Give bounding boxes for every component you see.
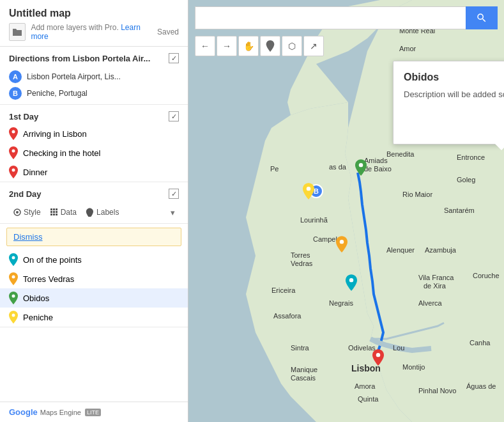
maps-engine-text: Maps Engine: [40, 409, 81, 416]
pin-icon-torres: [9, 272, 18, 285]
list-item[interactable]: On of the points: [0, 250, 188, 269]
svg-rect-6: [53, 208, 55, 210]
pin-icon-peniche: [9, 311, 18, 324]
day2-toolbar: Style Data Labels ▾: [0, 201, 188, 224]
data-button[interactable]: Data: [46, 205, 80, 219]
day1-header: 1st Day ✓: [0, 105, 188, 124]
pin-icon-dinner: [9, 166, 18, 178]
day1-title: 1st Day: [9, 112, 38, 121]
search-icon: [476, 12, 487, 24]
search-button[interactable]: [466, 6, 498, 29]
waypoint-b-text: Peniche, Portugal: [27, 89, 88, 98]
list-item[interactable]: Arriving in Lisbon: [0, 124, 188, 143]
list-item[interactable]: Checking in the hotel: [0, 143, 188, 162]
saved-label: Saved: [157, 27, 179, 36]
folder-icon: [9, 23, 26, 41]
svg-point-20: [307, 187, 310, 191]
svg-rect-10: [56, 211, 57, 213]
day2-header: 2nd Day ✓: [0, 182, 188, 201]
day2-title: 2nd Day: [9, 189, 42, 199]
points-label: On of the points: [23, 255, 82, 265]
left-panel: Untitled map Add more layers with Pro. L…: [0, 0, 188, 422]
svg-point-21: [359, 163, 363, 167]
svg-rect-5: [50, 208, 52, 210]
style-button[interactable]: Style: [9, 205, 45, 219]
svg-point-19: [376, 353, 380, 357]
list-item[interactable]: Peniche: [0, 308, 188, 327]
pin-icon-obidos: [9, 292, 18, 304]
list-item[interactable]: Dinner: [0, 162, 188, 182]
svg-rect-13: [56, 214, 57, 215]
shape-tool-button[interactable]: ⬡: [282, 36, 302, 56]
map-popup: Obidos × Description will be added soon.…: [393, 61, 504, 145]
svg-rect-8: [50, 211, 52, 213]
directions-item: A Lisbon Portela Airport, Lis... B Penic…: [0, 66, 188, 104]
waypoint-a-badge: A: [9, 70, 22, 83]
directions-section-header: Directions from Lisbon Portela Air... ✓: [0, 47, 188, 66]
pin-lisbon[interactable]: [372, 349, 384, 368]
svg-point-15: [12, 276, 15, 279]
pin-obidos-map[interactable]: [355, 159, 367, 178]
arriving-label: Arriving in Lisbon: [23, 129, 87, 139]
svg-rect-12: [53, 214, 55, 215]
svg-rect-9: [53, 211, 55, 213]
list-item[interactable]: Torres Vedras: [0, 269, 188, 288]
hotel-label: Checking in the hotel: [23, 148, 100, 158]
map-toolbar: ← → ✋ ⬡ ↗: [195, 36, 324, 56]
toolbar-dropdown[interactable]: ▾: [166, 206, 179, 219]
pin-icon-points: [9, 253, 18, 266]
waypoint-a-row: A Lisbon Portela Airport, Lis...: [9, 68, 179, 85]
waypoint-a-text: Lisbon Portela Airport, Lis...: [27, 72, 121, 81]
dinner-label: Dinner: [23, 168, 47, 177]
waypoint-b-badge: B: [9, 87, 22, 100]
popup-actions: [404, 118, 504, 134]
waypoint-b-row: B Peniche, Portugal: [9, 85, 179, 102]
header-row: Add more layers with Pro. Learn more Sav…: [9, 23, 179, 41]
dismiss-banner: Dismiss: [6, 228, 181, 246]
svg-point-16: [12, 295, 15, 298]
popup-tail: [495, 144, 504, 150]
map-title: Untitled map: [9, 8, 179, 19]
app-container: Untitled map Add more layers with Pro. L…: [0, 0, 504, 422]
popup-description: Description will be added soon..: [404, 90, 504, 99]
search-input[interactable]: [195, 6, 466, 29]
directions-title: Directions from Lisbon Portela Air...: [9, 54, 150, 63]
search-bar: [195, 6, 498, 29]
pin-points-map[interactable]: [346, 274, 357, 293]
svg-point-17: [12, 314, 15, 317]
marker-tool-button[interactable]: [260, 36, 280, 56]
svg-point-14: [12, 256, 15, 260]
dismiss-link[interactable]: Dismiss: [13, 232, 43, 242]
pin-peniche-map[interactable]: [303, 183, 314, 201]
add-layers-text: Add more layers with Pro. Learn more: [31, 23, 152, 41]
svg-rect-11: [50, 214, 52, 215]
day1-section: 1st Day ✓ Arriving in Lisbon Checking in: [0, 105, 188, 182]
pin-torres-map[interactable]: [336, 236, 347, 254]
pin-icon-arriving: [9, 127, 18, 140]
svg-point-2: [12, 169, 15, 172]
directions-checkbox[interactable]: ✓: [169, 53, 179, 63]
svg-point-1: [12, 150, 15, 153]
day2-section: 2nd Day ✓ Style Data: [0, 182, 188, 327]
day2-checkbox[interactable]: ✓: [169, 189, 179, 199]
panel-header: Untitled map Add more layers with Pro. L…: [0, 0, 188, 47]
day1-checkbox[interactable]: ✓: [169, 111, 179, 121]
svg-point-23: [349, 278, 353, 282]
panel-content: Directions from Lisbon Portela Air... ✓ …: [0, 47, 188, 402]
back-tool-button[interactable]: ←: [195, 36, 215, 56]
lite-badge: LITE: [85, 409, 101, 416]
map-area[interactable]: Monte Real Amor Ourém Fátima Amiads de B…: [188, 0, 504, 422]
forward-tool-button[interactable]: →: [217, 36, 237, 56]
svg-point-0: [12, 130, 15, 134]
pan-tool-button[interactable]: ✋: [238, 36, 259, 56]
directions-tool-button[interactable]: ↗: [303, 36, 324, 56]
list-item-obidos[interactable]: Obidos: [0, 288, 188, 308]
popup-title: Obidos: [404, 72, 439, 83]
popup-header: Obidos ×: [404, 72, 504, 83]
peniche-label: Peniche: [23, 313, 53, 322]
svg-point-4: [16, 211, 19, 214]
pin-icon-hotel: [9, 146, 18, 159]
svg-rect-7: [56, 208, 57, 210]
google-logo: Google: [9, 407, 38, 417]
labels-button[interactable]: Labels: [82, 205, 123, 219]
